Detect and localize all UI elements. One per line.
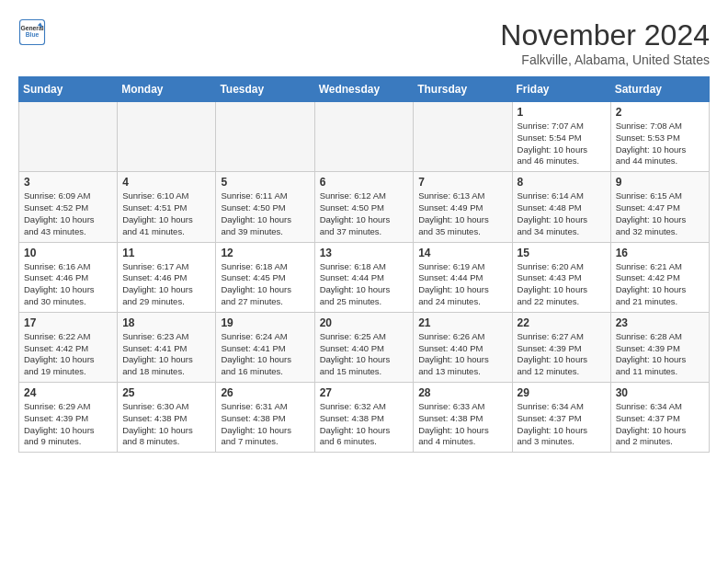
calendar-cell: 6Sunrise: 6:12 AM Sunset: 4:50 PM Daylig… <box>314 172 414 242</box>
day-number: 20 <box>320 316 409 329</box>
day-number: 30 <box>616 386 704 399</box>
day-info: Sunrise: 6:15 AM Sunset: 4:47 PM Dayligh… <box>616 190 704 237</box>
day-info: Sunrise: 6:21 AM Sunset: 4:42 PM Dayligh… <box>616 261 704 308</box>
calendar-cell: 25Sunrise: 6:30 AM Sunset: 4:38 PM Dayli… <box>118 383 216 453</box>
calendar-week-row: 3Sunrise: 6:09 AM Sunset: 4:52 PM Daylig… <box>19 172 710 242</box>
day-number: 27 <box>320 386 409 399</box>
day-number: 5 <box>221 176 309 189</box>
day-number: 7 <box>418 176 506 189</box>
calendar-table: SundayMondayTuesdayWednesdayThursdayFrid… <box>18 76 710 453</box>
calendar-cell: 9Sunrise: 6:15 AM Sunset: 4:47 PM Daylig… <box>610 172 709 242</box>
day-number: 22 <box>518 316 606 329</box>
day-number: 8 <box>518 176 606 189</box>
day-info: Sunrise: 6:14 AM Sunset: 4:48 PM Dayligh… <box>518 190 606 237</box>
calendar-cell: 12Sunrise: 6:18 AM Sunset: 4:45 PM Dayli… <box>216 242 314 312</box>
day-info: Sunrise: 6:18 AM Sunset: 4:44 PM Dayligh… <box>320 261 409 308</box>
calendar-cell: 28Sunrise: 6:33 AM Sunset: 4:38 PM Dayli… <box>414 383 512 453</box>
day-info: Sunrise: 6:20 AM Sunset: 4:43 PM Dayligh… <box>518 261 606 308</box>
day-info: Sunrise: 6:12 AM Sunset: 4:50 PM Dayligh… <box>320 190 409 237</box>
calendar-cell: 20Sunrise: 6:25 AM Sunset: 4:40 PM Dayli… <box>314 312 414 382</box>
weekday-header-monday: Monday <box>118 77 216 102</box>
day-number: 16 <box>616 247 704 259</box>
calendar-cell: 1Sunrise: 7:07 AM Sunset: 5:54 PM Daylig… <box>512 102 610 172</box>
weekday-header-saturday: Saturday <box>610 77 709 102</box>
day-number: 23 <box>616 316 704 329</box>
day-number: 2 <box>616 106 704 119</box>
day-number: 25 <box>122 386 210 399</box>
day-info: Sunrise: 6:34 AM Sunset: 4:37 PM Dayligh… <box>518 401 606 448</box>
calendar-cell: 13Sunrise: 6:18 AM Sunset: 4:44 PM Dayli… <box>314 242 414 312</box>
day-number: 13 <box>320 247 409 259</box>
month-title: November 2024 <box>500 18 710 52</box>
day-info: Sunrise: 6:10 AM Sunset: 4:51 PM Dayligh… <box>122 190 210 237</box>
day-number: 4 <box>122 176 210 189</box>
day-info: Sunrise: 6:26 AM Sunset: 4:40 PM Dayligh… <box>418 331 506 378</box>
calendar-cell: 4Sunrise: 6:10 AM Sunset: 4:51 PM Daylig… <box>118 172 216 242</box>
day-number: 26 <box>221 386 309 399</box>
calendar-cell: 18Sunrise: 6:23 AM Sunset: 4:41 PM Dayli… <box>118 312 216 382</box>
title-block: November 2024 Falkville, Alabama, United… <box>500 18 710 67</box>
calendar-cell: 26Sunrise: 6:31 AM Sunset: 4:38 PM Dayli… <box>216 383 314 453</box>
calendar-cell <box>216 102 314 172</box>
calendar-cell: 7Sunrise: 6:13 AM Sunset: 4:49 PM Daylig… <box>414 172 512 242</box>
calendar-week-row: 10Sunrise: 6:16 AM Sunset: 4:46 PM Dayli… <box>19 242 710 312</box>
calendar-cell: 29Sunrise: 6:34 AM Sunset: 4:37 PM Dayli… <box>512 383 610 453</box>
day-info: Sunrise: 6:33 AM Sunset: 4:38 PM Dayligh… <box>418 401 506 448</box>
calendar-cell <box>118 102 216 172</box>
day-number: 18 <box>122 316 210 329</box>
weekday-header-thursday: Thursday <box>414 77 512 102</box>
calendar-cell: 21Sunrise: 6:26 AM Sunset: 4:40 PM Dayli… <box>414 312 512 382</box>
calendar-cell: 11Sunrise: 6:17 AM Sunset: 4:46 PM Dayli… <box>118 242 216 312</box>
day-number: 3 <box>24 176 112 189</box>
day-info: Sunrise: 6:29 AM Sunset: 4:39 PM Dayligh… <box>24 401 112 448</box>
calendar-cell <box>19 102 118 172</box>
weekday-header-sunday: Sunday <box>19 77 118 102</box>
day-info: Sunrise: 6:27 AM Sunset: 4:39 PM Dayligh… <box>518 331 606 378</box>
logo-icon: General Blue <box>18 18 46 46</box>
day-number: 29 <box>518 386 606 399</box>
calendar-cell: 19Sunrise: 6:24 AM Sunset: 4:41 PM Dayli… <box>216 312 314 382</box>
day-info: Sunrise: 6:17 AM Sunset: 4:46 PM Dayligh… <box>122 261 210 308</box>
location: Falkville, Alabama, United States <box>500 52 710 67</box>
calendar-cell: 14Sunrise: 6:19 AM Sunset: 4:44 PM Dayli… <box>414 242 512 312</box>
calendar-cell <box>314 102 414 172</box>
weekday-header-friday: Friday <box>512 77 610 102</box>
day-number: 6 <box>320 176 409 189</box>
day-info: Sunrise: 6:19 AM Sunset: 4:44 PM Dayligh… <box>418 261 506 308</box>
day-info: Sunrise: 6:22 AM Sunset: 4:42 PM Dayligh… <box>24 331 112 378</box>
day-number: 12 <box>221 247 309 259</box>
day-number: 10 <box>24 247 112 259</box>
day-info: Sunrise: 6:16 AM Sunset: 4:46 PM Dayligh… <box>24 261 112 308</box>
day-number: 28 <box>418 386 506 399</box>
day-info: Sunrise: 7:08 AM Sunset: 5:53 PM Dayligh… <box>616 121 704 167</box>
day-number: 24 <box>24 386 112 399</box>
day-number: 19 <box>221 316 309 329</box>
day-number: 1 <box>518 106 606 119</box>
day-info: Sunrise: 6:28 AM Sunset: 4:39 PM Dayligh… <box>616 331 704 378</box>
day-info: Sunrise: 6:24 AM Sunset: 4:41 PM Dayligh… <box>221 331 309 378</box>
day-number: 14 <box>418 247 506 259</box>
day-info: Sunrise: 6:11 AM Sunset: 4:50 PM Dayligh… <box>221 190 309 237</box>
calendar-cell: 3Sunrise: 6:09 AM Sunset: 4:52 PM Daylig… <box>19 172 118 242</box>
calendar-cell: 5Sunrise: 6:11 AM Sunset: 4:50 PM Daylig… <box>216 172 314 242</box>
calendar-week-row: 1Sunrise: 7:07 AM Sunset: 5:54 PM Daylig… <box>19 102 710 172</box>
day-info: Sunrise: 6:32 AM Sunset: 4:38 PM Dayligh… <box>320 401 409 448</box>
day-info: Sunrise: 6:13 AM Sunset: 4:49 PM Dayligh… <box>418 190 506 237</box>
calendar-cell: 27Sunrise: 6:32 AM Sunset: 4:38 PM Dayli… <box>314 383 414 453</box>
calendar-cell: 2Sunrise: 7:08 AM Sunset: 5:53 PM Daylig… <box>610 102 709 172</box>
day-info: Sunrise: 6:09 AM Sunset: 4:52 PM Dayligh… <box>24 190 112 237</box>
calendar-cell: 24Sunrise: 6:29 AM Sunset: 4:39 PM Dayli… <box>19 383 118 453</box>
day-info: Sunrise: 6:31 AM Sunset: 4:38 PM Dayligh… <box>221 401 309 448</box>
svg-text:Blue: Blue <box>26 31 40 38</box>
calendar-cell: 30Sunrise: 6:34 AM Sunset: 4:37 PM Dayli… <box>610 383 709 453</box>
calendar-cell: 16Sunrise: 6:21 AM Sunset: 4:42 PM Dayli… <box>610 242 709 312</box>
logo: General Blue <box>18 18 46 46</box>
day-number: 9 <box>616 176 704 189</box>
calendar-week-row: 17Sunrise: 6:22 AM Sunset: 4:42 PM Dayli… <box>19 312 710 382</box>
day-number: 21 <box>418 316 506 329</box>
day-info: Sunrise: 6:23 AM Sunset: 4:41 PM Dayligh… <box>122 331 210 378</box>
day-number: 11 <box>122 247 210 259</box>
day-number: 17 <box>24 316 112 329</box>
day-info: Sunrise: 6:30 AM Sunset: 4:38 PM Dayligh… <box>122 401 210 448</box>
weekday-header-tuesday: Tuesday <box>216 77 314 102</box>
